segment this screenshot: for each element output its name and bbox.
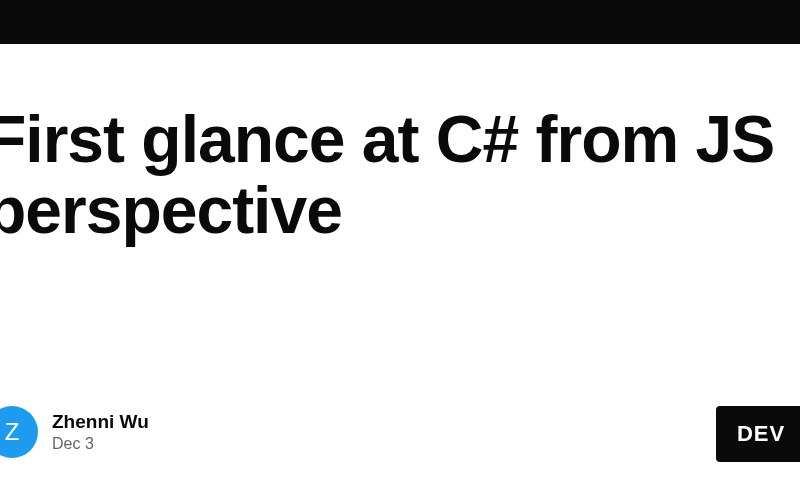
author-initial: Z xyxy=(5,418,20,446)
article-card: First glance at C# from JS perspective Z… xyxy=(0,44,800,500)
author-name[interactable]: Zhenni Wu xyxy=(52,411,149,433)
publish-date: Dec 3 xyxy=(52,435,149,453)
top-bar xyxy=(0,0,800,44)
author-block: Z Zhenni Wu Dec 3 xyxy=(0,406,149,458)
author-meta: Zhenni Wu Dec 3 xyxy=(52,411,149,453)
brand-badge[interactable]: DEV xyxy=(716,406,800,462)
brand-label: DEV xyxy=(737,421,785,447)
article-title: First glance at C# from JS perspective xyxy=(0,104,800,247)
author-avatar[interactable]: Z xyxy=(0,406,38,458)
